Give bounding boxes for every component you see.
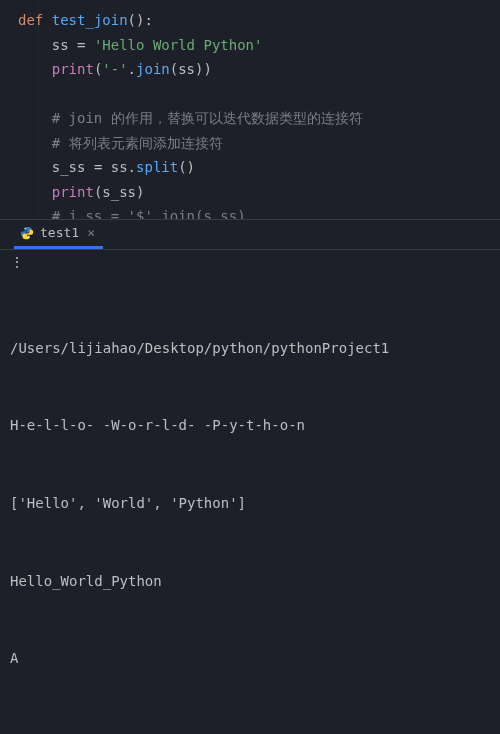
output-line: /Users/lijiahao/Desktop/python/pythonPro… xyxy=(10,336,490,362)
code-line[interactable]: # 将列表元素间添加连接符 xyxy=(18,131,500,156)
output-line: Hello_World_Python xyxy=(10,569,490,595)
punct: (): xyxy=(128,12,153,28)
run-toolbar: ⋮ xyxy=(0,250,500,276)
builtin-print: print xyxy=(52,61,94,77)
code-line[interactable]: s_ss = ss.split() xyxy=(18,155,500,180)
python-file-icon xyxy=(20,226,34,240)
output-line: H-e-l-l-o- -W-o-r-l-d- -P-y-t-h-o-n xyxy=(10,413,490,439)
code-line[interactable]: def test_join(): xyxy=(18,8,500,33)
svg-point-0 xyxy=(25,228,26,229)
string-literal: 'Hello World Python' xyxy=(94,37,263,53)
run-tab-label: test1 xyxy=(40,225,79,240)
output-line: A xyxy=(10,646,490,672)
run-tab-test1[interactable]: test1 × xyxy=(14,219,103,249)
code-line[interactable]: # join 的作用，替换可以迭代数据类型的连接符 xyxy=(18,106,500,131)
keyword-def: def xyxy=(18,12,43,28)
more-icon[interactable]: ⋮ xyxy=(10,254,26,270)
console-output[interactable]: /Users/lijiahao/Desktop/python/pythonPro… xyxy=(0,276,500,734)
code-line[interactable]: print('-'.join(ss)) xyxy=(18,57,500,82)
comment: # join 的作用，替换可以迭代数据类型的连接符 xyxy=(52,110,363,126)
output-line: ['Hello', 'World', 'Python'] xyxy=(10,491,490,517)
code-line[interactable] xyxy=(18,82,500,107)
code-line[interactable]: # j_ss = '$'.join(s_ss) xyxy=(18,204,500,219)
func-name: test_join xyxy=(52,12,128,28)
svg-point-1 xyxy=(28,237,29,238)
code-line[interactable]: print(s_ss) xyxy=(18,180,500,205)
comment: # j_ss = '$'.join(s_ss) xyxy=(52,208,246,219)
identifier: ss xyxy=(52,37,77,53)
run-tabbar: test1 × xyxy=(0,220,500,250)
code-line[interactable]: ss = 'Hello World Python' xyxy=(18,33,500,58)
comment: # 将列表元素间添加连接符 xyxy=(52,135,223,151)
close-icon[interactable]: × xyxy=(85,225,97,240)
run-tool-window: test1 × ⋮ /Users/lijiahao/Desktop/python… xyxy=(0,219,500,734)
code-editor[interactable]: def test_join(): ss = 'Hello World Pytho… xyxy=(0,0,500,219)
